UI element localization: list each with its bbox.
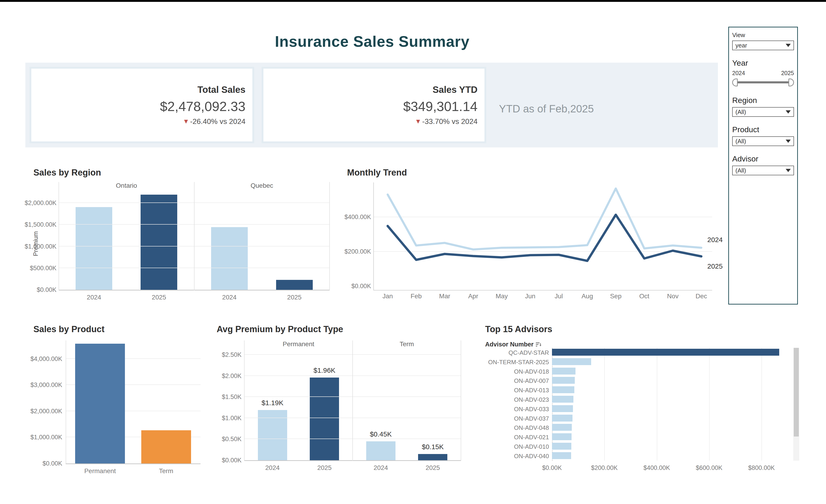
chart-title: Sales by Product <box>34 324 203 334</box>
trend-line-2025[interactable] <box>388 215 701 261</box>
y-tick-label: $500.00K <box>30 264 56 271</box>
bar-value-label: $1.96K <box>313 367 335 374</box>
advisor-filter-label: Advisor <box>732 154 794 163</box>
year-min-label: 2024 <box>732 70 745 76</box>
advisor-bar-on-adv-037[interactable] <box>552 415 573 422</box>
advisor-bar-on-adv-018[interactable] <box>552 368 576 375</box>
product-filter-label: Product <box>732 125 794 134</box>
x-category-label: 2024 <box>265 464 280 471</box>
bar-quebec-2024[interactable] <box>211 227 248 290</box>
kpi-delta-text: -26.40% vs 2024 <box>190 117 245 126</box>
pane-permanent: $1.19K$1.96K <box>244 351 353 460</box>
trend-line-2024[interactable] <box>388 188 701 249</box>
chart-title: Top 15 Advisors <box>485 324 804 334</box>
filter-sidebar: View year Year 2024 2025 Region (All) Pr… <box>728 27 798 305</box>
x-tick-label: $400.00K <box>644 464 670 471</box>
sales-by-product-chart: Sales by Product $0.00K$1,000.00K$2,000.… <box>25 323 203 480</box>
y-tick-label: $4,000.00K <box>31 355 62 362</box>
advisor-label: ON-ADV-010 <box>482 443 549 450</box>
y-tick-label: $2.00K <box>222 372 241 379</box>
x-tick-label: $600.00K <box>696 464 722 471</box>
x-category-label: 2024 <box>87 294 101 301</box>
advisor-label: ON-ADV-018 <box>482 368 549 375</box>
series-label-2024: 2024 <box>707 236 723 244</box>
bar-ontario-2024[interactable] <box>76 207 112 290</box>
advisor-bar-on-adv-013[interactable] <box>552 386 574 393</box>
advisor-label: ON-TERM-STAR-2025 <box>482 359 549 366</box>
y-tick-label: $1,500.00K <box>25 221 56 228</box>
month-label-feb: Feb <box>411 293 422 300</box>
advisor-number-header[interactable]: Advisor Number <box>485 341 541 348</box>
y-tick-label: $0.00K <box>222 457 241 464</box>
advisor-filter-dropdown[interactable]: (All) <box>732 166 794 175</box>
advisor-bar-on-adv-040[interactable] <box>552 452 571 459</box>
down-triangle-icon: ▼ <box>415 118 421 125</box>
x-category-label: 2025 <box>317 464 332 471</box>
y-tick-label: $0.00K <box>37 286 56 294</box>
y-tick-label: $1.50K <box>222 393 241 400</box>
product-filter-dropdown[interactable]: (All) <box>732 136 794 146</box>
y-tick-label: $0.50K <box>222 436 241 443</box>
pane-term: $0.45K$0.15K <box>353 351 461 460</box>
slider-handle-max[interactable] <box>788 78 794 86</box>
x-category-label: 2025 <box>152 294 166 301</box>
scrollbar-thumb[interactable] <box>794 348 799 437</box>
y-tick-label: $1,000.00K <box>25 243 56 250</box>
gridline <box>762 348 762 461</box>
advisor-bar-on-adv-033[interactable] <box>552 405 573 412</box>
bar-value-label: $0.15K <box>422 443 444 451</box>
advisor-rows-area: QC-ADV-STARON-TERM-STAR-2025ON-ADV-018ON… <box>482 348 790 461</box>
advisor-bar-qc-adv-star[interactable] <box>552 349 779 356</box>
advisor-bar-on-adv-010[interactable] <box>552 443 571 450</box>
bar-ontario-2025[interactable] <box>140 195 177 290</box>
slider-track[interactable] <box>734 81 792 83</box>
pane-header-quebec: Quebec <box>194 182 330 192</box>
trend-lines-svg <box>373 182 712 291</box>
y-tick-label: $1,000.00K <box>31 434 62 441</box>
bar-permanent-2025[interactable] <box>310 378 339 460</box>
advisor-bar-on-adv-048[interactable] <box>552 424 572 431</box>
sales-by-region-chart: Sales by Region Premium $0.00K$500.00K$1… <box>25 166 340 305</box>
product-plot-area: PermanentTerm <box>66 340 200 476</box>
kpi-delta-text: -33.70% vs 2024 <box>422 117 477 126</box>
kpi-label: Sales YTD <box>432 84 477 95</box>
advisor-bar-on-adv-021[interactable] <box>552 433 572 440</box>
region-filter-dropdown[interactable]: (All) <box>732 107 794 117</box>
advisor-bar-on-adv-007[interactable] <box>552 377 575 384</box>
month-label-jan: Jan <box>382 293 393 300</box>
advisor-bar-on-adv-023[interactable] <box>552 396 573 403</box>
slider-handle-min[interactable] <box>732 78 738 86</box>
year-max-label: 2025 <box>781 70 794 76</box>
advisor-bar-on-term-star-2025[interactable] <box>552 358 591 365</box>
ytd-as-of-note: YTD as of Feb,2025 <box>499 103 594 115</box>
sort-descending-icon[interactable] <box>535 341 541 348</box>
chevron-down-icon <box>786 110 791 114</box>
pane-ontario <box>59 192 194 290</box>
view-filter-dropdown[interactable]: year <box>732 41 794 50</box>
month-label-jul: Jul <box>554 293 563 300</box>
pane-quebec <box>194 192 330 290</box>
month-label-oct: Oct <box>639 293 649 300</box>
bar-term-2024[interactable] <box>366 441 396 460</box>
bar-quebec-2025[interactable] <box>276 280 313 290</box>
avg-plot-area: PermanentTerm $1.19K$1.96K$0.45K$0.15K 2… <box>244 340 461 473</box>
kpi-label: Total Sales <box>197 84 245 95</box>
month-label-nov: Nov <box>667 293 678 300</box>
chevron-down-icon <box>786 44 791 47</box>
gridline <box>604 348 605 461</box>
pane-header-term: Term <box>353 340 461 351</box>
month-label-aug: Aug <box>582 293 593 300</box>
month-label-sep: Sep <box>610 293 622 300</box>
trend-plot-area: 20242025 <box>373 182 712 291</box>
month-label-apr: Apr <box>468 293 478 300</box>
x-tick-label: $800.00K <box>748 464 775 471</box>
scrollbar[interactable] <box>793 348 799 461</box>
axis-line <box>66 340 66 463</box>
y-tick-label: $0.00K <box>42 460 62 467</box>
bar-term-2025[interactable] <box>418 454 447 460</box>
avg-premium-chart: Avg Premium by Product Type $0.00K$0.50K… <box>214 323 467 480</box>
bar-term[interactable] <box>141 430 191 463</box>
year-range-slider[interactable] <box>732 77 794 87</box>
bar-permanent[interactable] <box>75 344 125 463</box>
y-tick-label: $2,000.00K <box>25 199 56 207</box>
